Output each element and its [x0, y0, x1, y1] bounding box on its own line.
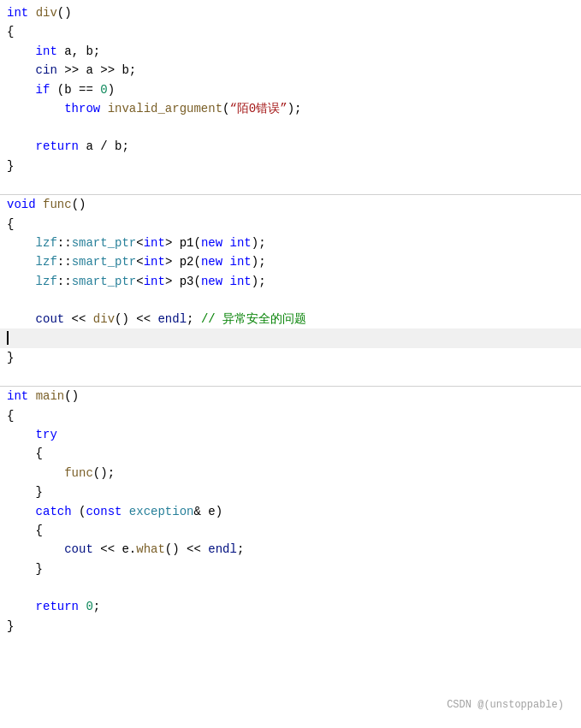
token-str: “陌0错误” — [229, 102, 287, 115]
token-punct: ); — [288, 102, 302, 115]
token-kw: if — [36, 83, 50, 97]
code-line: int a, b; — [0, 42, 581, 61]
token-punct: < — [136, 255, 143, 269]
line-content — [7, 328, 9, 347]
line-content: cout << div() << endl; // 异常安全的问题 — [7, 310, 306, 328]
code-line: } — [0, 482, 581, 501]
token-punct: ) — [108, 83, 115, 97]
token-var: endl — [157, 312, 187, 326]
token-kw: int — [144, 236, 165, 250]
token-var: cout — [36, 312, 65, 326]
line-content: cout << e.what() << endl; — [7, 540, 244, 559]
token-punct: { — [7, 409, 14, 423]
token-punct: > p3( — [165, 275, 201, 288]
token-kw: throw — [64, 102, 100, 115]
code-line — [0, 291, 581, 310]
token-ns: smart_ptr — [72, 275, 137, 288]
code-line: return 0; — [0, 597, 581, 616]
code-line: void func() — [0, 195, 581, 214]
token-kw: catch — [36, 505, 72, 518]
token-var: cout — [64, 542, 93, 556]
token-kw: int — [230, 255, 252, 269]
token-punct: :: — [57, 255, 72, 269]
line-content: { — [7, 444, 43, 463]
token-kw: new — [201, 236, 222, 250]
code-line: { — [0, 521, 581, 540]
token-punct: (); — [93, 466, 115, 480]
code-line: cout << e.what() << endl; — [0, 540, 581, 559]
token-kw: int — [7, 6, 28, 20]
line-content: } — [7, 559, 43, 578]
code-line: throw invalid_argument(“陌0错误”); — [0, 99, 581, 118]
token-punct: { — [7, 25, 14, 38]
code-content: int div(){ int a, b; cin >> a >> b; if (… — [0, 0, 581, 639]
code-line: } — [0, 617, 581, 636]
line-content: lzf::smart_ptr<int> p2(new int); — [7, 252, 266, 271]
token-ns: lzf — [36, 236, 57, 250]
token-punct: :: — [57, 236, 72, 250]
line-content: if (b == 0) — [7, 80, 115, 99]
token-var: cin — [36, 63, 57, 77]
line-content: lzf::smart_ptr<int> p1(new int); — [7, 234, 266, 252]
token-fn: main — [36, 389, 65, 403]
token-punct: > p2( — [165, 255, 201, 269]
watermark-text: CSDN @(unstoppable) — [447, 699, 564, 711]
code-line: } — [0, 157, 581, 175]
code-line: try — [0, 425, 581, 444]
token-punct: << — [64, 312, 93, 326]
token-punct — [100, 102, 107, 115]
token-punct: () — [72, 198, 86, 211]
token-punct: { — [36, 447, 43, 460]
code-line: lzf::smart_ptr<int> p1(new int); — [0, 234, 581, 252]
token-fn: div — [93, 312, 115, 326]
token-kw: new — [201, 275, 222, 288]
line-content: throw invalid_argument(“陌0错误”); — [7, 99, 302, 118]
line-content: void func() — [7, 195, 86, 214]
token-punct: ( — [72, 505, 86, 518]
line-content: { — [7, 215, 14, 234]
line-content: } — [7, 157, 14, 175]
code-line: } — [0, 559, 581, 578]
token-fn: invalid_argument — [108, 102, 222, 115]
line-content: { — [7, 406, 14, 425]
token-punct — [222, 236, 229, 250]
token-punct: (b == — [50, 83, 100, 97]
token-fn: func — [64, 466, 93, 480]
line-content: catch (const exception& e) — [7, 502, 222, 521]
token-ns: lzf — [36, 275, 57, 288]
code-line: cout << div() << endl; // 异常安全的问题 — [0, 310, 581, 328]
token-kw: return — [36, 139, 79, 153]
token-type: exception — [129, 505, 194, 518]
code-line: { — [0, 406, 581, 425]
token-kw: int — [144, 275, 165, 288]
code-line: lzf::smart_ptr<int> p2(new int); — [0, 252, 581, 271]
code-editor: int div(){ int a, b; cin >> a >> b; if (… — [0, 0, 581, 728]
token-punct: { — [36, 524, 43, 537]
code-line: cin >> a >> b; — [0, 61, 581, 80]
code-line: int main() — [0, 387, 581, 405]
line-content: { — [7, 22, 14, 41]
token-kw: int — [144, 255, 165, 269]
token-punct: } — [7, 351, 14, 364]
token-kw: void — [7, 198, 36, 211]
line-content: } — [7, 482, 43, 501]
token-punct: a, b; — [57, 44, 100, 58]
token-punct: & e) — [193, 505, 222, 518]
token-kw: const — [86, 505, 122, 518]
line-content: } — [7, 617, 14, 636]
token-comment: // 异常安全的问题 — [201, 312, 306, 326]
text-cursor — [7, 331, 9, 345]
token-punct: < — [136, 236, 143, 250]
code-line: func(); — [0, 464, 581, 482]
token-punct: () << — [165, 542, 208, 556]
token-punct: ); — [252, 275, 266, 288]
token-var: endl — [208, 542, 237, 556]
token-ns: smart_ptr — [72, 255, 137, 269]
token-punct: () << — [115, 312, 157, 326]
token-fn: what — [136, 542, 165, 556]
code-line: lzf::smart_ptr<int> p3(new int); — [0, 272, 581, 291]
token-punct: } — [7, 159, 14, 173]
code-line: if (b == 0) — [0, 80, 581, 99]
token-num: 0 — [100, 83, 107, 97]
token-punct: ; — [187, 312, 201, 326]
